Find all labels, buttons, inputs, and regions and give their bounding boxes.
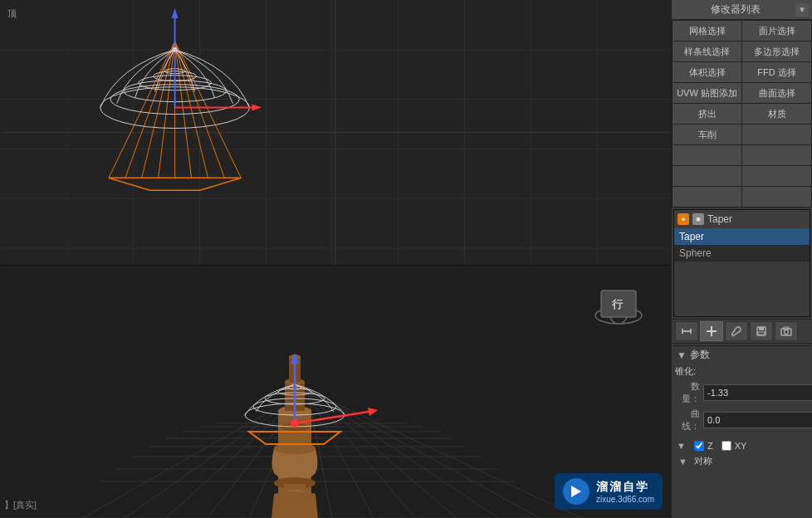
- taper-label: Taper: [707, 213, 806, 225]
- xy-label: XY: [735, 441, 747, 451]
- modifier-list-header: 修改器列表 ▼: [672, 0, 812, 20]
- btn-spline-select[interactable]: 样条线选择: [673, 42, 741, 61]
- modifier-dropdown-arrow[interactable]: ▼: [795, 3, 809, 17]
- btn-blank6[interactable]: [673, 187, 741, 207]
- params-header: 参数: [690, 348, 710, 362]
- params-collapse-icon[interactable]: ▼: [677, 349, 687, 361]
- btn-mesh-select[interactable]: 网格选择: [673, 21, 741, 41]
- btn-lathe[interactable]: 车削: [673, 125, 741, 144]
- btn-extrude[interactable]: 挤出: [673, 104, 741, 124]
- right-panel: 修改器列表 ▼ 网格选择 面片选择 样条线选择 多边形选择 体积选择 FFD 选…: [671, 0, 812, 518]
- stack-toolbar: [672, 319, 812, 344]
- svg-point-38: [173, 47, 178, 52]
- z-axis-checkbox[interactable]: [694, 441, 704, 451]
- watermark-title: 溜溜自学: [596, 480, 654, 495]
- btn-poly-select[interactable]: 多边形选择: [742, 42, 811, 61]
- svg-marker-88: [571, 486, 581, 497]
- toolbar-wrench-icon[interactable]: [725, 321, 748, 341]
- svg-point-66: [281, 437, 308, 443]
- svg-rect-96: [758, 332, 765, 335]
- watermark-logo: [563, 478, 589, 505]
- toolbar-camera-icon[interactable]: [775, 321, 798, 341]
- svg-point-82: [291, 419, 299, 428]
- svg-text:】[真实]: 】[真实]: [4, 500, 37, 510]
- viewport-area: 顶: [0, 0, 671, 518]
- modifier-stack: ● ■ Taper Taper Sphere: [673, 209, 810, 317]
- watermark-url: zixue.3d66.com: [596, 495, 654, 504]
- xy-axis-row: XY: [720, 440, 749, 452]
- params-curve-row: 曲线：: [673, 408, 810, 432]
- stack-header: ● ■ Taper: [674, 210, 810, 228]
- toolbar-move-icon[interactable]: [700, 321, 723, 341]
- btn-surface-select[interactable]: 曲面选择: [742, 83, 811, 103]
- toolbar-pin-icon[interactable]: [675, 321, 698, 341]
- z-label: Z: [707, 441, 713, 451]
- watermark: 溜溜自学 zixue.3d66.com: [555, 473, 663, 510]
- btn-blank5[interactable]: [742, 166, 811, 186]
- svg-rect-95: [759, 327, 764, 330]
- viewport-top[interactable]: 顶: [0, 0, 671, 266]
- modifier-buttons-grid: 网格选择 面片选择 样条线选择 多边形选择 体积选择 FFD 选择 UVW 贴图…: [672, 20, 812, 208]
- stack-item-taper[interactable]: Taper: [674, 228, 810, 245]
- params-amount-row: 数量：: [673, 380, 810, 405]
- svg-text:顶: 顶: [7, 8, 17, 18]
- svg-point-98: [785, 330, 789, 335]
- params-section: ▼ 参数 锥化: 数量： 曲线： ▼: [672, 344, 812, 518]
- curve-input[interactable]: [703, 412, 812, 428]
- z-axis-row: Z: [692, 440, 715, 452]
- btn-ffd-select[interactable]: FFD 选择: [742, 62, 811, 82]
- btn-uvw-map[interactable]: UVW 贴图添加: [673, 83, 741, 103]
- btn-blank4[interactable]: [673, 166, 741, 186]
- symmetry-row: ▼ 对称: [677, 454, 807, 468]
- btn-blank3[interactable]: [742, 145, 811, 165]
- btn-blank7[interactable]: [742, 187, 811, 207]
- btn-blank1[interactable]: [742, 125, 811, 144]
- symmetry-label: 对称: [694, 455, 712, 467]
- stack-icon-orange: ●: [677, 213, 689, 225]
- stack-content: [674, 261, 810, 316]
- modifier-list-title: 修改器列表: [675, 2, 795, 17]
- xy-axis-checkbox[interactable]: [722, 441, 731, 451]
- toolbar-save-icon[interactable]: [750, 321, 773, 341]
- viewport-bottom[interactable]: 行 】[真实] 溜溜自学 zixue.3d66.com: [0, 266, 671, 518]
- params-cone-row: 锥化:: [673, 365, 810, 378]
- curve-label: 曲线：: [675, 408, 700, 432]
- stack-item-sphere[interactable]: Sphere: [674, 245, 810, 261]
- btn-face-select[interactable]: 面片选择: [742, 21, 811, 41]
- cone-label: 锥化:: [675, 365, 708, 378]
- btn-material[interactable]: 材质: [742, 104, 811, 124]
- svg-text:行: 行: [611, 298, 624, 310]
- amount-input[interactable]: [703, 384, 812, 401]
- stack-icon-gray: ■: [692, 213, 704, 225]
- btn-blank2[interactable]: [673, 145, 741, 165]
- btn-vol-select[interactable]: 体积选择: [673, 62, 741, 82]
- amount-label: 数量：: [675, 380, 700, 405]
- watermark-text: 溜溜自学 zixue.3d66.com: [596, 480, 654, 504]
